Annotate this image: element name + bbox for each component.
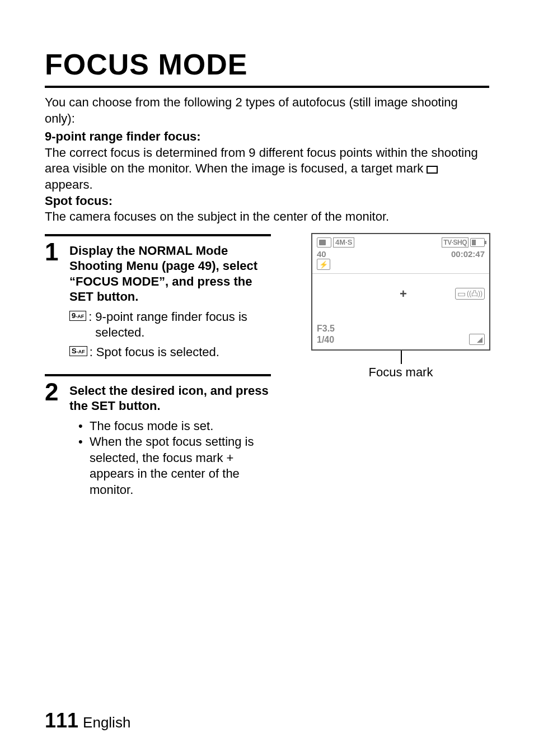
image-size-badge: 4M·S	[333, 237, 354, 248]
aperture-value: F3.5	[317, 324, 335, 334]
page-language: English	[83, 714, 130, 731]
nine-point-af-icon: 9-AF	[69, 311, 86, 321]
callout-line	[401, 351, 402, 364]
step2: 2 Select the desired icon, and press the…	[45, 380, 489, 498]
step2-bullets: The focus mode is set. When the spot foc…	[69, 418, 271, 498]
lcd-top-right: TV·SHQ	[442, 237, 485, 248]
colon: :	[88, 309, 92, 325]
mode1-desc-before: The correct focus is determined from 9 d…	[45, 146, 478, 176]
step2-divider	[45, 374, 271, 376]
page-footer: 111 English	[45, 709, 130, 732]
spot-af-icon: S-AF	[69, 346, 87, 356]
step2-content: Select the desired icon, and press the S…	[69, 380, 271, 498]
step2-title: Select the desired icon, and press the S…	[69, 383, 271, 414]
step1-option2-desc: Spot focus is selected.	[96, 344, 219, 361]
step1-divider	[45, 234, 271, 236]
mode1-heading: 9-point range finder focus:	[45, 129, 489, 145]
step1-option1-desc: 9-point range finder focus is selected.	[95, 309, 271, 341]
step1-option2: S-AF : Spot focus is selected.	[69, 344, 271, 361]
mode1-description: The correct focus is determined from 9 d…	[45, 145, 489, 193]
mode2-description: The camera focuses on the subject in the…	[45, 209, 489, 225]
focus-mark-plus: +	[400, 288, 407, 300]
record-mode-icon	[317, 237, 331, 248]
lcd-top-left: 4M·S	[317, 237, 354, 248]
focus-mark-label: Focus mark	[311, 365, 490, 380]
flash-mode-icon: ⚡	[317, 259, 330, 270]
page-title: FOCUS MODE	[45, 48, 489, 81]
target-mark-icon	[428, 166, 437, 174]
battery-icon	[470, 238, 485, 247]
recording-time: 00:02:47	[451, 249, 485, 259]
colon: :	[90, 344, 93, 361]
step1-option1: 9-AF : 9-point range finder focus is sel…	[69, 309, 271, 341]
camera-lcd: 4M·S 40 ⚡ TV·SHQ 00:02:47 ▭((凸)) + F3.5 …	[311, 233, 490, 351]
step2-bullet1: The focus mode is set.	[78, 418, 271, 435]
step1-number: 1	[45, 240, 69, 264]
video-quality-badge: TV·SHQ	[442, 237, 469, 248]
intro-text: You can choose from the following 2 type…	[45, 95, 489, 127]
step1-title: Display the NORMAL Mode Shooting Menu (p…	[69, 243, 271, 305]
step1-content: Display the NORMAL Mode Shooting Menu (p…	[69, 240, 271, 364]
stabilizer-icon: ▭((凸))	[455, 288, 485, 300]
camera-screen-illustration: 4M·S 40 ⚡ TV·SHQ 00:02:47 ▭((凸)) + F3.5 …	[311, 233, 490, 380]
mode1-desc-after: appears.	[45, 178, 93, 192]
shutter-speed: 1/40	[317, 335, 334, 345]
title-divider	[45, 86, 489, 88]
step2-bullet2: When the spot focus setting is selected,…	[78, 434, 271, 498]
page-number: 111	[45, 709, 78, 732]
shots-remaining: 40	[317, 249, 326, 259]
lcd-divider	[312, 273, 489, 274]
mode2-heading: Spot focus:	[45, 193, 489, 209]
memory-card-icon	[469, 334, 485, 345]
step2-number: 2	[45, 380, 69, 404]
